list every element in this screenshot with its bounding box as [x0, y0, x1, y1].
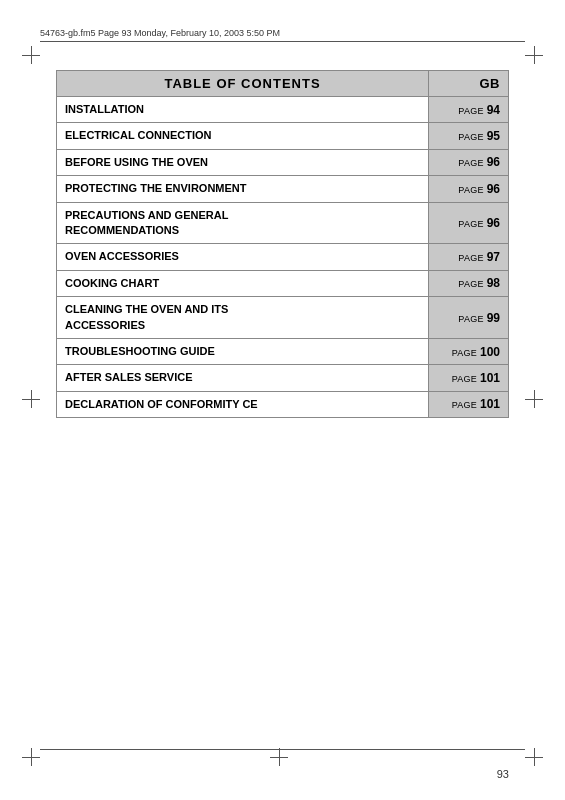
page-label: PAGE	[458, 314, 486, 324]
toc-item-label: BEFORE USING THE OVEN	[57, 149, 429, 175]
crosshair-bottom-right	[525, 748, 543, 766]
page-label: PAGE	[458, 106, 486, 116]
crosshair-top-left	[22, 46, 40, 64]
toc-page-cell: PAGE 99	[429, 297, 509, 339]
toc-page-cell: PAGE 96	[429, 176, 509, 202]
table-row: PRECAUTIONS AND GENERALRECOMMENDATIONSPA…	[57, 202, 509, 244]
file-info: 54763-gb.fm5 Page 93 Monday, February 10…	[40, 28, 280, 38]
toc-gb-label: GB	[429, 71, 509, 97]
toc-item-label: ELECTRICAL CONNECTION	[57, 123, 429, 149]
toc-page-cell: PAGE 100	[429, 338, 509, 364]
page-label: PAGE	[452, 374, 480, 384]
table-row: OVEN ACCESSORIESPAGE 97	[57, 244, 509, 270]
crosshair-top-right	[525, 46, 543, 64]
table-row: BEFORE USING THE OVENPAGE 96	[57, 149, 509, 175]
toc-item-label: DECLARATION OF CONFORMITY CE	[57, 391, 429, 417]
header: 54763-gb.fm5 Page 93 Monday, February 10…	[40, 28, 525, 42]
toc-item-label: TROUBLESHOOTING GUIDE	[57, 338, 429, 364]
page-number-value: 96	[487, 216, 500, 230]
page-label: PAGE	[452, 348, 480, 358]
toc-page-cell: PAGE 94	[429, 97, 509, 123]
page-number-value: 101	[480, 371, 500, 385]
table-row: ELECTRICAL CONNECTIONPAGE 95	[57, 123, 509, 149]
toc-item-label: PRECAUTIONS AND GENERALRECOMMENDATIONS	[57, 202, 429, 244]
toc-page-cell: PAGE 101	[429, 365, 509, 391]
page: 54763-gb.fm5 Page 93 Monday, February 10…	[0, 0, 565, 800]
crosshair-bottom-mid	[270, 748, 288, 766]
page-number-value: 95	[487, 129, 500, 143]
page-number-value: 96	[487, 182, 500, 196]
toc-item-label: AFTER SALES SERVICE	[57, 365, 429, 391]
toc-page-cell: PAGE 95	[429, 123, 509, 149]
toc-page-cell: PAGE 97	[429, 244, 509, 270]
page-label: PAGE	[458, 253, 486, 263]
page-label: PAGE	[458, 185, 486, 195]
footer-line	[40, 749, 525, 750]
page-label: PAGE	[458, 158, 486, 168]
crosshair-mid-left	[22, 390, 40, 408]
toc-item-label: INSTALLATION	[57, 97, 429, 123]
page-label: PAGE	[458, 219, 486, 229]
crosshair-mid-right	[525, 390, 543, 408]
toc-item-label: PROTECTING THE ENVIRONMENT	[57, 176, 429, 202]
toc-table: TABLE OF CONTENTS GB INSTALLATIONPAGE 94…	[56, 70, 509, 418]
toc-item-label: CLEANING THE OVEN AND ITSACCESSORIES	[57, 297, 429, 339]
table-row: AFTER SALES SERVICEPAGE 101	[57, 365, 509, 391]
toc-page-cell: PAGE 98	[429, 270, 509, 296]
page-number-value: 100	[480, 345, 500, 359]
table-row: COOKING CHARTPAGE 98	[57, 270, 509, 296]
table-row: PROTECTING THE ENVIRONMENTPAGE 96	[57, 176, 509, 202]
page-label: PAGE	[458, 279, 486, 289]
page-number-value: 97	[487, 250, 500, 264]
toc-content: TABLE OF CONTENTS GB INSTALLATIONPAGE 94…	[56, 70, 509, 418]
page-number: 93	[497, 768, 509, 780]
page-number-value: 99	[487, 311, 500, 325]
table-row: DECLARATION OF CONFORMITY CEPAGE 101	[57, 391, 509, 417]
toc-title: TABLE OF CONTENTS	[57, 71, 429, 97]
table-row: INSTALLATIONPAGE 94	[57, 97, 509, 123]
page-number-value: 98	[487, 276, 500, 290]
toc-header-row: TABLE OF CONTENTS GB	[57, 71, 509, 97]
page-number-value: 101	[480, 397, 500, 411]
page-number-value: 96	[487, 155, 500, 169]
page-label: PAGE	[458, 132, 486, 142]
table-row: TROUBLESHOOTING GUIDEPAGE 100	[57, 338, 509, 364]
toc-page-cell: PAGE 96	[429, 202, 509, 244]
page-label: PAGE	[452, 400, 480, 410]
toc-item-label: OVEN ACCESSORIES	[57, 244, 429, 270]
table-row: CLEANING THE OVEN AND ITSACCESSORIESPAGE…	[57, 297, 509, 339]
crosshair-bottom-left	[22, 748, 40, 766]
toc-page-cell: PAGE 96	[429, 149, 509, 175]
toc-item-label: COOKING CHART	[57, 270, 429, 296]
page-number-value: 94	[487, 103, 500, 117]
toc-page-cell: PAGE 101	[429, 391, 509, 417]
